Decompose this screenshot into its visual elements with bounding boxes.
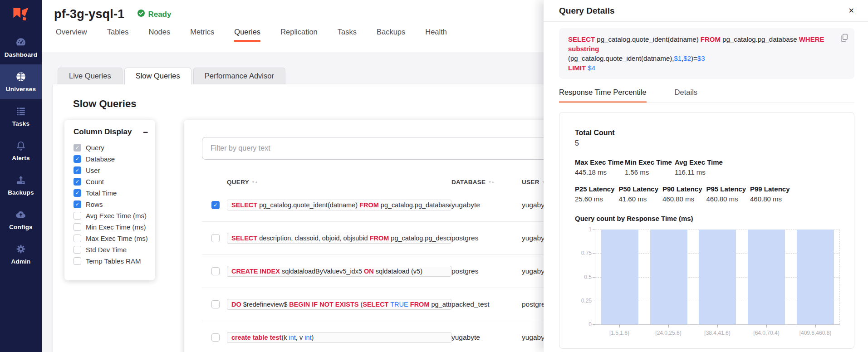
- checkbox[interactable]: ✓: [74, 189, 81, 197]
- copy-icon[interactable]: [840, 33, 848, 44]
- subtab-live-queries[interactable]: Live Queries: [58, 68, 123, 84]
- row-checkbox[interactable]: ✓: [211, 201, 220, 209]
- histogram-bar[interactable]: [797, 230, 834, 324]
- query-text-chip[interactable]: DO $redefineview$ BEGIN IF NOT EXISTS (S…: [227, 299, 451, 310]
- sidebar-nav: DashboardUniversesTasksAlertsBackupsConf…: [0, 30, 42, 271]
- chart-plot-area: 10.750.50.250: [595, 230, 840, 325]
- column-option-max-exec-time-ms-[interactable]: Max Exec Time (ms): [74, 233, 148, 244]
- query-text-chip[interactable]: create table test(k int, v int): [227, 332, 451, 343]
- admin-gear-icon: [15, 243, 27, 255]
- collapse-minus-icon[interactable]: −: [143, 128, 148, 137]
- table-row[interactable]: create table test(k int, v int)yugabytey…: [202, 321, 565, 352]
- sql-line: SELECT pg_catalog.quote_ident(datname) F…: [568, 34, 831, 54]
- stat-label: P25 Latency: [575, 185, 619, 193]
- x-axis-tick: [815, 325, 816, 328]
- sidebar-item-backups[interactable]: Backups: [0, 168, 42, 202]
- table-row[interactable]: DO $redefineview$ BEGIN IF NOT EXISTS (S…: [202, 288, 565, 321]
- checkbox[interactable]: [74, 246, 81, 254]
- tab-metrics[interactable]: Metrics: [190, 28, 214, 42]
- query-text-chip[interactable]: CREATE INDEX sqldataloadByValuev5_idx5 O…: [227, 266, 451, 277]
- sidebar-item-dashboard[interactable]: Dashboard: [0, 30, 42, 64]
- column-option-query[interactable]: ✓Query: [74, 142, 148, 153]
- column-option-label: Temp Tables RAM: [86, 257, 141, 265]
- row-checkbox[interactable]: [211, 267, 220, 275]
- close-icon[interactable]: ✕: [848, 6, 854, 15]
- column-option-database[interactable]: ✓Database: [74, 153, 148, 165]
- column-label: QUERY: [227, 179, 249, 186]
- sort-icon[interactable]: ▼▲: [488, 180, 494, 184]
- stat-label: P90 Latency: [662, 185, 706, 193]
- query-cell: CREATE INDEX sqldataloadByValuev5_idx5 O…: [227, 266, 451, 277]
- tab-overview[interactable]: Overview: [56, 28, 87, 42]
- sidebar-item-configs[interactable]: Configs: [0, 202, 42, 237]
- universe-title: pf-3g-ysql-1: [54, 7, 124, 21]
- y-axis-label: 0.25: [574, 298, 592, 304]
- query-filter-input[interactable]: [202, 137, 565, 160]
- column-option-min-exec-time-ms-[interactable]: Min Exec Time (ms): [74, 221, 148, 233]
- sql-keyword: FROM: [701, 35, 721, 43]
- checkbox[interactable]: ✓: [74, 166, 81, 174]
- yugabyte-logo[interactable]: [0, 0, 42, 30]
- histogram-bar[interactable]: [650, 230, 687, 324]
- stat-value: 460.80 ms: [750, 195, 794, 203]
- histogram-bar[interactable]: [748, 230, 785, 324]
- row-checkbox[interactable]: [211, 234, 220, 242]
- tab-backups[interactable]: Backups: [377, 28, 405, 42]
- column-header-query[interactable]: QUERY▼▲: [227, 179, 451, 186]
- sql-line: LIMIT $4: [568, 63, 831, 73]
- tasks-list-icon: [15, 105, 27, 117]
- table-row[interactable]: CREATE INDEX sqldataloadByValuev5_idx5 O…: [202, 255, 565, 288]
- column-option-temp-tables-ram[interactable]: Temp Tables RAM: [74, 255, 148, 267]
- checkbox[interactable]: [74, 257, 81, 265]
- sql-keyword: ON: [364, 268, 374, 275]
- chart-x-labels: [1.5,1.6)[24.0,25.6)[38.4,41.6)[64.0,70.…: [595, 330, 840, 336]
- tab-nodes[interactable]: Nodes: [148, 28, 170, 42]
- column-option-total-time[interactable]: ✓Total Time: [74, 187, 148, 199]
- status-badge: Ready: [137, 9, 171, 20]
- stat-label: P99 Latency: [750, 185, 794, 193]
- sidebar-item-universes[interactable]: Universes: [0, 64, 42, 99]
- sql-keyword: BEGIN IF NOT EXISTS: [289, 301, 358, 308]
- tab-tasks[interactable]: Tasks: [338, 28, 357, 42]
- column-option-avg-exec-time-ms-[interactable]: Avg Exec Time (ms): [74, 210, 148, 221]
- checkbox[interactable]: [74, 212, 81, 220]
- sql-text: pg_catalog.quote_ident(datname): [257, 201, 359, 209]
- x-axis-label: [409.6,460.8): [791, 330, 840, 336]
- subtab-performance-advisor[interactable]: Performance Advisor: [193, 68, 285, 84]
- tab-replication[interactable]: Replication: [280, 28, 318, 42]
- checkbox[interactable]: ✓: [74, 200, 81, 208]
- row-checkbox[interactable]: [211, 300, 220, 308]
- sidebar-item-tasks[interactable]: Tasks: [0, 99, 42, 133]
- query-text-chip[interactable]: SELECT description, classoid, objoid, ob…: [227, 233, 451, 244]
- column-option-rows[interactable]: ✓Rows: [74, 199, 148, 210]
- subtab-slow-queries[interactable]: Slow Queries: [124, 68, 191, 84]
- sort-icon[interactable]: ▼▲: [251, 180, 258, 184]
- table-row[interactable]: ✓SELECT pg_catalog.quote_ident(datname) …: [202, 189, 565, 222]
- histogram-bar[interactable]: [699, 230, 736, 324]
- tab-queries[interactable]: Queries: [234, 28, 260, 42]
- configs-cloud-icon: [15, 209, 27, 220]
- column-option-count[interactable]: ✓Count: [74, 176, 148, 187]
- table-row[interactable]: SELECT description, classoid, objoid, ob…: [202, 222, 565, 255]
- column-header-database[interactable]: DATABASE▼▲: [451, 179, 522, 186]
- histogram-bar[interactable]: [601, 230, 638, 324]
- row-checkbox[interactable]: [211, 333, 220, 342]
- tab-health[interactable]: Health: [425, 28, 447, 42]
- checkbox[interactable]: ✓: [74, 155, 81, 163]
- tab-tables[interactable]: Tables: [107, 28, 129, 42]
- sql-keyword: FROM: [410, 301, 430, 308]
- details-tab-response-time-percentile[interactable]: Response Time Percentile: [559, 88, 647, 103]
- details-tab-details[interactable]: Details: [675, 88, 697, 103]
- sql-text: sqldataload (v5): [374, 268, 422, 275]
- checkbox[interactable]: [74, 235, 81, 242]
- sql-keyword: DO: [231, 301, 241, 308]
- column-option-user[interactable]: ✓User: [74, 165, 148, 176]
- checkbox[interactable]: ✓: [74, 178, 81, 186]
- checkbox[interactable]: [74, 223, 81, 231]
- sql-value: TRUE: [390, 301, 408, 308]
- sidebar-item-admin[interactable]: Admin: [0, 237, 42, 271]
- sidebar-item-alerts[interactable]: Alerts: [0, 133, 42, 168]
- query-text-chip[interactable]: SELECT pg_catalog.quote_ident(datname) F…: [227, 200, 451, 210]
- column-option-std-dev-time[interactable]: Std Dev Time: [74, 244, 148, 255]
- sidebar-item-label: Dashboard: [5, 51, 37, 58]
